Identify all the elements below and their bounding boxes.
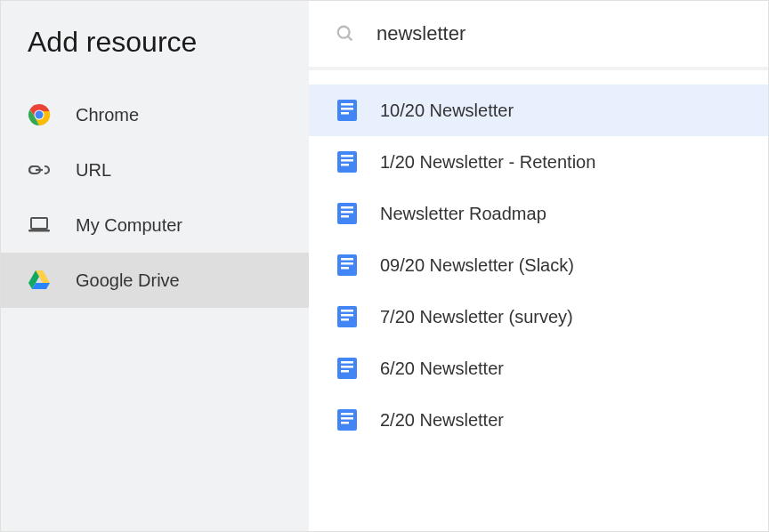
sidebar: Add resource ChromeURLMy ComputerGoogle … — [1, 1, 309, 531]
doc-icon — [336, 357, 359, 380]
search-input[interactable] — [376, 22, 741, 45]
result-label: 10/20 Newsletter — [380, 101, 514, 121]
result-label: Newsletter Roadmap — [380, 204, 546, 224]
svg-line-1 — [348, 36, 352, 41]
sidebar-item-google-drive[interactable]: Google Drive — [1, 253, 309, 308]
laptop-icon — [28, 214, 51, 237]
doc-icon — [336, 254, 359, 277]
doc-icon — [336, 408, 359, 431]
sidebar-item-chrome[interactable]: Chrome — [1, 87, 309, 142]
result-item[interactable]: 10/20 Newsletter — [309, 85, 768, 136]
result-item[interactable]: 1/20 Newsletter - Retention — [309, 136, 768, 188]
result-item[interactable]: 7/20 Newsletter (survey) — [309, 291, 768, 343]
doc-icon — [336, 150, 359, 173]
result-label: 1/20 Newsletter - Retention — [380, 152, 595, 173]
link-icon — [28, 158, 51, 181]
sidebar-item-label: Google Drive — [76, 270, 180, 291]
sidebar-title: Add resource — [1, 1, 309, 87]
drive-icon — [28, 269, 51, 292]
result-label: 7/20 Newsletter (survey) — [380, 307, 573, 327]
doc-icon — [336, 305, 359, 328]
chrome-icon — [28, 103, 51, 126]
sidebar-item-my-computer[interactable]: My Computer — [1, 197, 309, 253]
result-item[interactable]: 09/20 Newsletter (Slack) — [309, 239, 768, 291]
sidebar-item-label: My Computer — [76, 215, 182, 236]
doc-icon — [336, 99, 359, 122]
result-label: 2/20 Newsletter — [380, 410, 504, 431]
main-panel: 10/20 Newsletter1/20 Newsletter - Retent… — [309, 1, 768, 531]
sidebar-item-label: URL — [76, 160, 111, 181]
result-label: 09/20 Newsletter (Slack) — [380, 255, 574, 276]
search-icon — [336, 24, 355, 44]
sidebar-item-url[interactable]: URL — [1, 142, 309, 197]
result-label: 6/20 Newsletter — [380, 359, 504, 379]
result-item[interactable]: 2/20 Newsletter — [309, 394, 768, 446]
sidebar-item-label: Chrome — [76, 105, 139, 125]
result-item[interactable]: 6/20 Newsletter — [309, 343, 768, 394]
svg-point-0 — [338, 27, 350, 38]
search-bar — [309, 1, 768, 70]
results-list: 10/20 Newsletter1/20 Newsletter - Retent… — [309, 70, 768, 531]
doc-icon — [336, 202, 359, 225]
result-item[interactable]: Newsletter Roadmap — [309, 188, 768, 239]
